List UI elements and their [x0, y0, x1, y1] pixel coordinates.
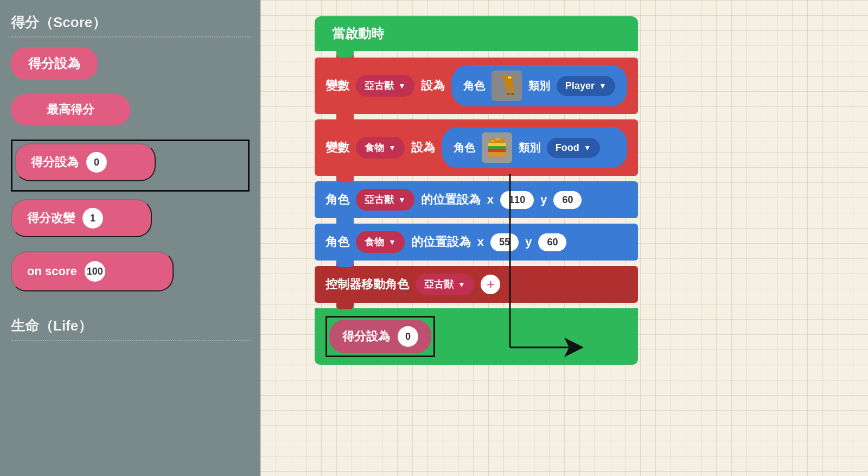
dino-pos-dropdown[interactable]: 亞古獸 ▼ — [356, 189, 414, 211]
y-label-1: y — [540, 193, 547, 207]
canvas-area: 當啟動時 變數 亞古獸 ▼ 設為 角色 — [260, 0, 868, 476]
set-score-outline-box: 得分設為 0 — [11, 139, 250, 192]
controller-label: 控制器移動角色 — [326, 276, 409, 293]
set-score-canvas-label: 得分設為 — [342, 328, 390, 345]
position-label-1: 的位置設為 — [421, 192, 481, 208]
trigger-block: 當啟動時 — [315, 16, 638, 51]
x-value-food: 55 — [490, 233, 519, 251]
trigger-label: 當啟動時 — [332, 25, 384, 42]
x-value-dino: 110 — [500, 191, 534, 209]
score-reset-inner: 得分設為 0 — [329, 320, 431, 353]
food-sprite-pill: 角色 類別 — [442, 127, 627, 168]
set-score-value: 0 — [86, 152, 107, 173]
food-pos-dropdown[interactable]: 食物 ▼ — [356, 231, 405, 253]
set-to-label-1: 設為 — [421, 78, 445, 94]
on-score-button[interactable]: on score 100 — [11, 251, 174, 291]
canvas-blocks: 當啟動時 變數 亞古獸 ▼ 設為 角色 — [315, 16, 638, 365]
svg-rect-13 — [488, 143, 506, 147]
var-food-block: 變數 食物 ▼ 設為 角色 — [315, 119, 638, 176]
position-food-block: 角色 食物 ▼ 的位置設為 x 55 y 60 — [315, 224, 638, 261]
set-to-label-2: 設為 — [411, 139, 435, 156]
svg-rect-16 — [488, 152, 506, 156]
x-label-2: x — [477, 235, 484, 249]
chevron-dino-pos-icon: ▼ — [398, 195, 406, 204]
x-label-1: x — [487, 193, 494, 207]
life-section-title: 生命（Life） — [11, 316, 250, 335]
change-score-value: 1 — [82, 208, 103, 229]
svg-rect-11 — [511, 93, 514, 95]
svg-rect-10 — [507, 93, 510, 95]
high-score-label: 最高得分 — [47, 101, 94, 118]
high-score-button[interactable]: 最高得分 — [11, 94, 130, 125]
add-button[interactable]: ＋ — [481, 275, 500, 294]
category-label-2: 類別 — [519, 141, 540, 155]
controller-block: 控制器移動角色 亞古獸 ▼ ＋ — [315, 266, 638, 303]
controller-dino-dropdown[interactable]: 亞古獸 ▼ — [416, 274, 474, 295]
var-label-1: 變數 — [326, 78, 349, 94]
char-label-2: 角色 — [454, 141, 475, 155]
y-value-dino: 60 — [553, 191, 582, 209]
char-label-1: 角色 — [463, 79, 485, 93]
category-label-1: 類別 — [528, 79, 550, 93]
score-label: 得分設為 — [28, 55, 80, 72]
block-stack: 變數 亞古獸 ▼ 設為 角色 — [315, 58, 638, 365]
player-dropdown[interactable]: Player ▼ — [557, 76, 615, 96]
svg-rect-9 — [511, 87, 514, 93]
on-score-value: 100 — [85, 261, 105, 282]
svg-rect-3 — [502, 77, 506, 80]
y-value-food: 60 — [538, 233, 566, 251]
char-label-3: 角色 — [326, 192, 349, 208]
food-category-dropdown[interactable]: Food ▼ — [547, 138, 600, 158]
dino-sprite — [492, 71, 522, 101]
food-sprite — [482, 132, 512, 163]
chevron-food-icon: ▼ — [388, 143, 396, 152]
chevron-food-cat-icon: ▼ — [584, 143, 591, 152]
chevron-food-pos-icon: ▼ — [388, 238, 396, 246]
sidebar: 得分（Score） 得分設為 最高得分 得分設為 0 得分改變 1 on sco… — [0, 0, 260, 476]
svg-rect-17 — [491, 140, 494, 142]
var-label-2: 變數 — [326, 139, 349, 156]
on-score-text: on score — [27, 264, 77, 278]
svg-rect-18 — [495, 139, 500, 141]
score-button[interactable]: 得分設為 — [11, 47, 98, 80]
svg-rect-15 — [488, 149, 506, 153]
y-label-2: y — [525, 235, 532, 249]
dino-sprite-pill: 角色 — [451, 65, 627, 106]
svg-rect-7 — [508, 77, 512, 79]
position-label-2: 的位置設為 — [411, 234, 471, 250]
score-reset-block: 得分設為 0 — [315, 308, 638, 365]
change-score-text: 得分改變 — [27, 210, 75, 226]
set-score-button[interactable]: 得分設為 0 — [15, 143, 156, 181]
score-reset-outline: 得分設為 0 — [326, 316, 435, 357]
set-score-canvas-value: 0 — [398, 326, 418, 347]
svg-rect-14 — [488, 146, 506, 149]
food-dropdown[interactable]: 食物 ▼ — [356, 137, 405, 158]
svg-rect-6 — [503, 80, 508, 83]
score-section-title: 得分（Score） — [11, 13, 250, 32]
dino-dropdown[interactable]: 亞古獸 ▼ — [356, 75, 414, 97]
chevron-icon: ▼ — [398, 81, 406, 90]
var-dino-block: 變數 亞古獸 ▼ 設為 角色 — [315, 58, 638, 114]
char-label-4: 角色 — [326, 234, 349, 250]
change-score-button[interactable]: 得分改變 1 — [11, 199, 152, 237]
set-score-text: 得分設為 — [31, 154, 79, 170]
svg-rect-8 — [507, 87, 510, 93]
chevron-player-icon: ▼ — [599, 81, 607, 90]
chevron-ctrl-icon: ▼ — [458, 280, 465, 289]
position-dino-block: 角色 亞古獸 ▼ 的位置設為 x 110 y 60 — [315, 181, 638, 218]
